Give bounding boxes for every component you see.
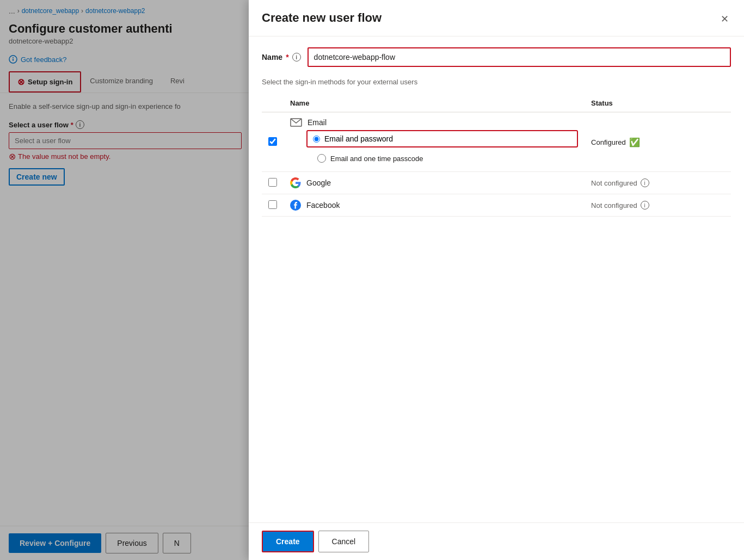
google-label: Google [306, 179, 331, 187]
google-checkbox-cell[interactable] [262, 172, 284, 194]
table-row: Google Not configured i [262, 172, 731, 194]
email-status-cell: Configured ✅ [585, 112, 731, 172]
facebook-checkbox[interactable] [268, 200, 277, 209]
name-info-icon[interactable]: i [292, 53, 301, 61]
facebook-icon [290, 200, 301, 211]
email-otp-label: Email and one time passcode [330, 155, 423, 163]
facebook-checkbox-cell[interactable] [262, 194, 284, 217]
name-input[interactable] [308, 47, 731, 67]
email-password-option[interactable]: Email and password [306, 130, 578, 147]
dialog-close-button[interactable]: ✕ [718, 11, 731, 27]
name-label: Name * i [262, 53, 301, 61]
col-name: Name [284, 95, 585, 112]
table-header-row: Name Status [262, 95, 731, 112]
table-row: Email Email and password Email and one t… [262, 112, 731, 172]
google-checkbox[interactable] [268, 178, 277, 187]
email-options: Email and password Email and one time pa… [290, 130, 578, 166]
email-status: Configured ✅ [591, 137, 724, 147]
dialog-title: Create new user flow [262, 11, 382, 25]
configured-icon: ✅ [629, 137, 640, 147]
cancel-button[interactable]: Cancel [318, 531, 370, 552]
email-checkbox-cell[interactable] [262, 112, 284, 172]
dialog-body: Name * i Select the sign-in methods for … [249, 36, 744, 522]
google-method-name: Google [290, 177, 578, 188]
google-info-icon[interactable]: i [641, 179, 649, 187]
create-user-flow-dialog: Create new user flow ✕ Name * i Select t… [249, 0, 744, 560]
google-status-cell: Not configured i [585, 172, 731, 194]
col-status: Status [585, 95, 731, 112]
facebook-status: Not configured i [591, 201, 724, 210]
email-otp-radio[interactable] [317, 154, 326, 163]
email-method-name: Email [290, 118, 578, 127]
email-checkbox[interactable] [268, 137, 277, 146]
email-label: Email [308, 118, 327, 127]
email-name-cell: Email Email and password Email and one t… [284, 112, 585, 172]
facebook-label: Facebook [306, 201, 340, 210]
email-password-radio[interactable] [313, 136, 320, 143]
facebook-status-cell: Not configured i [585, 194, 731, 217]
col-checkbox [262, 95, 284, 112]
google-icon [290, 177, 301, 188]
table-row: Facebook Not configured i [262, 194, 731, 217]
dialog-header: Create new user flow ✕ [249, 0, 744, 36]
methods-table: Name Status [262, 95, 731, 217]
dialog-footer: Create Cancel [249, 522, 744, 560]
facebook-name-cell: Facebook [284, 194, 585, 217]
create-button[interactable]: Create [262, 531, 314, 552]
facebook-method-name: Facebook [290, 200, 578, 211]
name-required: * [286, 53, 288, 61]
sign-in-subtitle: Select the sign-in methods for your exte… [262, 78, 731, 86]
name-field-row: Name * i [262, 47, 731, 67]
facebook-info-icon[interactable]: i [641, 201, 649, 210]
email-otp-option[interactable]: Email and one time passcode [306, 151, 578, 166]
google-status: Not configured i [591, 179, 724, 187]
google-name-cell: Google [284, 172, 585, 194]
email-password-label: Email and password [324, 134, 393, 143]
email-icon [290, 118, 302, 127]
